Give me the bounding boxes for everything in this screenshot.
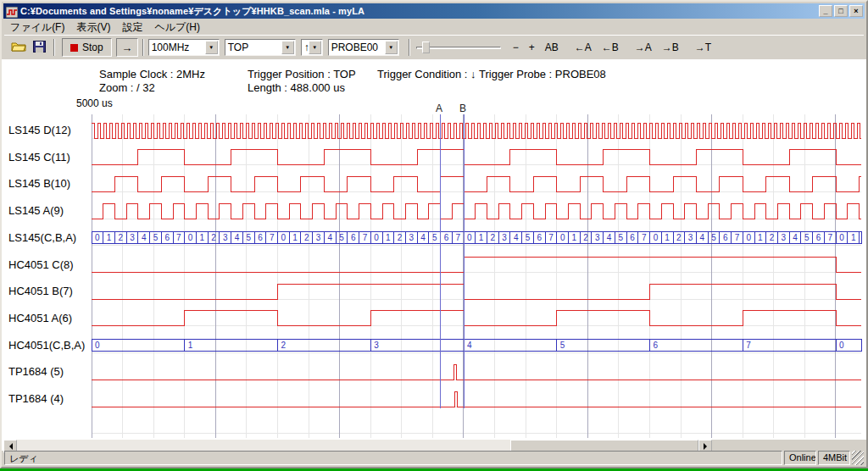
open-button[interactable]	[8, 38, 29, 57]
svg-text:6: 6	[258, 233, 263, 242]
svg-text:7: 7	[176, 233, 181, 242]
svg-text:2: 2	[119, 233, 124, 242]
goto-a-right-button[interactable]: →A	[632, 40, 654, 55]
svg-text:0: 0	[281, 233, 287, 242]
svg-text:0: 0	[467, 233, 472, 242]
slider-thumb[interactable]	[422, 42, 430, 53]
cursor-b-label[interactable]: B	[459, 103, 466, 114]
svg-text:7: 7	[735, 233, 740, 242]
goto-trigger-button[interactable]: →T	[693, 40, 714, 55]
trigger-condition-info: Trigger Condition : ↓	[377, 68, 476, 80]
close-button[interactable]: ×	[849, 5, 863, 17]
svg-text:6: 6	[723, 233, 728, 242]
run-button[interactable]: →	[116, 38, 138, 57]
svg-text:4: 4	[700, 233, 705, 242]
chevron-down-icon[interactable]: ▼	[281, 41, 294, 54]
zoom-slider[interactable]	[416, 39, 501, 56]
statusbar: レディ Online 4MBit	[4, 451, 864, 465]
menu-help[interactable]: ヘルプ(H)	[148, 19, 206, 36]
status-online: Online	[784, 451, 816, 465]
toolbar-separator	[53, 39, 55, 56]
svg-text:0: 0	[560, 233, 565, 242]
chevron-down-icon[interactable]: ▼	[385, 41, 398, 54]
sample-clock-select[interactable]: 100MHz ▼	[148, 39, 220, 56]
trigger-position-info: Trigger Position : TOP	[248, 68, 356, 80]
svg-text:0: 0	[95, 341, 100, 350]
svg-text:4: 4	[142, 233, 147, 242]
svg-text:0: 0	[746, 233, 751, 242]
stop-button[interactable]: Stop	[62, 38, 112, 57]
svg-text:4: 4	[793, 233, 798, 242]
svg-text:2: 2	[304, 233, 309, 242]
svg-text:7: 7	[270, 233, 275, 242]
svg-text:7: 7	[746, 341, 751, 350]
trigger-position-select[interactable]: TOP ▼	[225, 39, 296, 56]
svg-text:2: 2	[491, 233, 496, 242]
svg-text:7: 7	[363, 233, 368, 242]
run-arrow-icon: →	[121, 42, 132, 54]
svg-text:5: 5	[618, 233, 623, 242]
cursor-a-label[interactable]: A	[436, 103, 442, 114]
save-button[interactable]	[29, 38, 49, 57]
trigger-edge-select[interactable]: ↑ ▼	[301, 39, 323, 56]
minimize-button[interactable]: _	[819, 5, 832, 17]
probe-value: PROBE00	[329, 42, 385, 53]
waveform-area: 0123456701234567012345670123456701234567…	[2, 114, 868, 440]
menu-view[interactable]: 表示(V)	[70, 19, 116, 36]
sample-clock-info: Sample Clock : 2MHz	[99, 68, 205, 80]
goto-b-left-button[interactable]: ←B	[599, 40, 621, 55]
menu-settings[interactable]: 設定	[116, 19, 148, 36]
status-memory: 4MBit	[818, 451, 850, 465]
svg-text:1: 1	[758, 233, 763, 242]
waveform-plot[interactable]: 0123456701234567012345670123456701234567…	[2, 114, 868, 440]
sample-clock-value: 100MHz	[149, 42, 205, 53]
svg-text:6: 6	[537, 233, 542, 242]
goto-a-left-button[interactable]: ←A	[572, 40, 594, 55]
svg-text:1: 1	[665, 233, 670, 242]
svg-text:0: 0	[188, 233, 193, 242]
toolbar: Stop → 100MHz ▼ TOP ▼ ↑ ▼ PROBE00 ▼ − + …	[4, 35, 864, 59]
maximize-button[interactable]: □	[834, 5, 848, 17]
svg-text:6: 6	[816, 233, 821, 242]
svg-text:7: 7	[548, 233, 554, 242]
svg-text:5: 5	[560, 341, 565, 350]
zoom-out-button[interactable]: −	[510, 40, 521, 55]
svg-text:3: 3	[130, 233, 135, 242]
zoom-in-button[interactable]: +	[526, 40, 537, 55]
svg-text:0: 0	[839, 341, 844, 350]
svg-text:0: 0	[95, 233, 100, 242]
window-title: C:¥Documents and Settings¥noname¥デスクトップ¥…	[20, 5, 819, 18]
svg-text:4: 4	[467, 341, 472, 350]
svg-text:6: 6	[444, 233, 449, 242]
svg-text:5: 5	[711, 233, 716, 242]
chevron-down-icon[interactable]: ▼	[205, 41, 218, 54]
svg-text:5: 5	[153, 233, 159, 242]
goto-b-right-button[interactable]: →B	[659, 40, 682, 55]
svg-text:7: 7	[642, 233, 647, 242]
toolbar-separator	[142, 39, 144, 56]
titlebar[interactable]: C:¥Documents and Settings¥noname¥デスクトップ¥…	[3, 3, 865, 19]
svg-text:5: 5	[339, 233, 344, 242]
svg-text:5: 5	[432, 233, 437, 242]
app-window: C:¥Documents and Settings¥noname¥デスクトップ¥…	[0, 0, 868, 468]
svg-text:2: 2	[281, 341, 287, 350]
resize-grip[interactable]	[852, 451, 864, 465]
svg-text:6: 6	[654, 341, 659, 350]
svg-text:1: 1	[107, 233, 112, 242]
svg-text:6: 6	[351, 233, 356, 242]
svg-text:1: 1	[292, 233, 298, 242]
time-scale-label: 5000 us	[76, 97, 113, 109]
status-ready: レディ	[4, 451, 782, 465]
svg-text:1: 1	[851, 233, 856, 242]
probe-select[interactable]: PROBE00 ▼	[328, 39, 399, 56]
ab-button[interactable]: AB	[542, 40, 561, 55]
svg-text:1: 1	[572, 233, 577, 242]
menu-file[interactable]: ファイル(F)	[4, 19, 70, 36]
svg-text:5: 5	[804, 233, 810, 242]
trigger-probe-info: Trigger Probe : PROBE08	[479, 68, 606, 80]
svg-text:7: 7	[827, 233, 832, 242]
svg-text:0: 0	[374, 233, 379, 242]
chevron-down-icon[interactable]: ▼	[309, 41, 321, 54]
svg-text:0: 0	[654, 233, 659, 242]
zoom-info: Zoom : / 32	[99, 81, 155, 94]
